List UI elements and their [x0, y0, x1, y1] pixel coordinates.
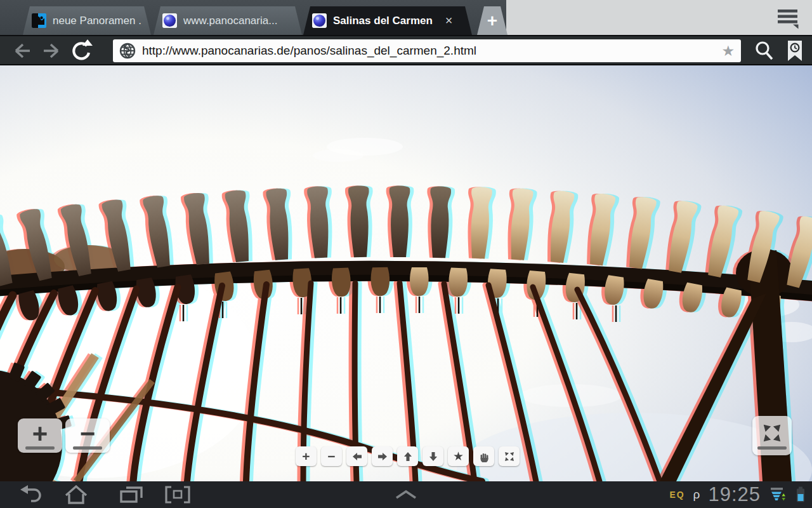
minus-icon: − — [327, 450, 335, 463]
pan-up-button[interactable] — [397, 446, 418, 466]
pan-right-button[interactable] — [372, 446, 393, 466]
arrow-down-icon — [428, 451, 439, 462]
tab-title: www.panocanaria... — [183, 15, 277, 27]
minus-icon: − — [80, 423, 96, 444]
reload-icon[interactable] — [67, 38, 94, 64]
tab-salinas-del-carmen[interactable]: Salinas del Carmen × — [303, 6, 472, 35]
system-bar: EQ ρ 19:25 — [0, 481, 812, 508]
menu-icon[interactable] — [775, 6, 802, 29]
wifi-signal-icon — [769, 486, 786, 504]
tab-title: Salinas del Carmen — [333, 15, 433, 27]
close-tab-icon[interactable]: × — [445, 13, 453, 28]
site-globe-icon — [119, 43, 136, 59]
pano-zoom-out-key[interactable]: − — [65, 418, 110, 453]
tab-neue-panoramen[interactable]: neue Panoramen ... — [23, 6, 151, 35]
search-icon[interactable] — [751, 38, 778, 64]
home-nav-icon[interactable] — [61, 481, 91, 508]
pano-fullscreen-key[interactable] — [752, 416, 792, 455]
toolbar-fullscreen-button[interactable] — [499, 446, 520, 466]
back-nav-icon[interactable] — [15, 481, 46, 508]
pano-zoom-in-key[interactable]: + — [18, 418, 62, 453]
panorama-app-favicon — [32, 13, 46, 28]
key-underline — [25, 446, 55, 450]
recent-apps-icon[interactable] — [115, 481, 148, 508]
bookmarks-history-icon[interactable] — [782, 38, 808, 64]
arrow-up-icon — [402, 451, 414, 462]
screenshot-icon[interactable] — [161, 481, 194, 508]
address-bar: http://www.panocanarias.de/panos/salinas… — [0, 36, 812, 65]
tab-bar-right-area — [506, 0, 812, 35]
tab-bar: neue Panoramen ... www.panocanaria... Sa… — [0, 0, 812, 36]
new-tab-button[interactable]: + — [477, 6, 508, 35]
url-field[interactable]: http://www.panocanarias.de/panos/salinas… — [113, 39, 741, 62]
toolbar-zoom-out-button[interactable]: − — [321, 446, 342, 466]
plus-icon: + — [302, 450, 310, 463]
tab-panocanarias[interactable]: www.panocanaria... — [154, 6, 302, 35]
whale-skeleton-photo — [0, 65, 812, 481]
pano-toolbar: + − ★ — [296, 446, 520, 466]
battery-icon — [794, 485, 807, 504]
equalizer-status-label: EQ — [669, 490, 684, 500]
panorama-viewport[interactable]: + − + − — [0, 65, 812, 481]
drag-mode-button[interactable] — [473, 446, 494, 466]
arrow-right-icon — [377, 451, 388, 462]
fullscreen-icon — [504, 451, 515, 462]
pan-down-button[interactable] — [422, 446, 443, 466]
toolbar-zoom-in-button[interactable]: + — [296, 446, 317, 466]
back-icon[interactable] — [9, 38, 36, 64]
key-underline — [73, 446, 102, 450]
bookmark-star-icon[interactable]: ★ — [721, 43, 735, 60]
fullscreen-icon — [761, 422, 783, 444]
favorite-view-button[interactable]: ★ — [448, 446, 469, 466]
tablet-screen: neue Panoramen ... www.panocanaria... Sa… — [0, 0, 812, 508]
status-bar-expand-icon[interactable] — [395, 481, 417, 508]
arrow-left-icon — [351, 451, 363, 462]
url-text[interactable]: http://www.panocanarias.de/panos/salinas… — [142, 44, 715, 58]
tab-title: neue Panoramen ... — [53, 15, 142, 27]
pan-left-button[interactable] — [346, 446, 367, 466]
notification-rho-label: ρ — [693, 488, 700, 502]
forward-icon[interactable] — [38, 38, 65, 64]
globe-favicon — [162, 13, 177, 28]
star-icon: ★ — [453, 450, 464, 462]
hand-icon — [478, 451, 490, 462]
plus-icon: + — [32, 423, 48, 444]
clock: 19:25 — [708, 483, 761, 506]
key-underline — [757, 446, 787, 450]
globe-favicon — [312, 13, 327, 28]
status-cluster[interactable]: EQ ρ 19:25 — [669, 481, 807, 508]
